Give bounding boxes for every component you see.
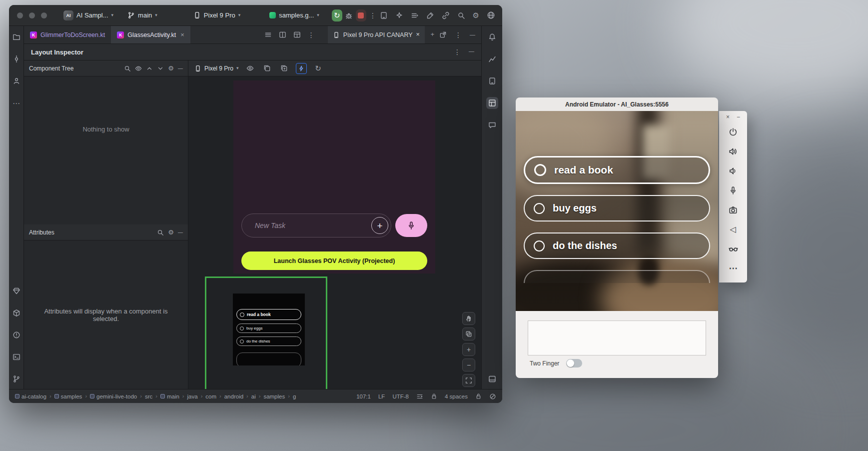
glasses-list-item-selected[interactable]: read a book: [524, 156, 710, 184]
minimize-traffic-light[interactable]: [29, 12, 35, 18]
tree-search-icon[interactable]: [124, 65, 131, 72]
layers-button[interactable]: [462, 328, 475, 340]
build-icon[interactable]: [426, 12, 434, 20]
device-selector[interactable]: Pixel 9 Pro ▾: [190, 10, 244, 21]
close-device-tab-icon[interactable]: ×: [416, 32, 420, 38]
add-snapshot-icon[interactable]: [279, 63, 290, 74]
attributes-search-icon[interactable]: [157, 229, 164, 236]
gemini-chat-icon[interactable]: [486, 119, 498, 131]
toolbar-minimize-icon[interactable]: −: [737, 114, 740, 120]
add-device-button[interactable]: +: [431, 26, 434, 44]
list-view-icon[interactable]: [264, 31, 272, 38]
indent-guide-icon[interactable]: [416, 393, 423, 400]
voice-input-button[interactable]: [395, 214, 427, 237]
layout-inspector-tool-icon[interactable]: [486, 97, 498, 109]
add-task-button[interactable]: +: [371, 217, 388, 234]
tree-settings-icon[interactable]: ⚙: [168, 65, 174, 72]
version-control-icon[interactable]: [10, 373, 22, 385]
run-configuration-selector[interactable]: samples.g... ▾: [266, 10, 323, 21]
device-explorer-icon[interactable]: [486, 75, 498, 87]
sync-icon[interactable]: [442, 12, 450, 20]
indent-widget[interactable]: 4 spaces: [445, 394, 468, 400]
close-tab-icon[interactable]: ×: [180, 32, 184, 38]
power-button[interactable]: [719, 122, 747, 142]
expand-all-icon[interactable]: [146, 65, 153, 72]
new-task-input[interactable]: New Task: [241, 214, 391, 238]
zoom-out-button[interactable]: −: [462, 358, 475, 372]
dependencies-icon[interactable]: [10, 307, 22, 319]
mini-list-item[interactable]: read a book: [236, 309, 301, 320]
zoom-in-button[interactable]: +: [462, 343, 475, 356]
tab-glimmertodoscreen[interactable]: K GlimmerToDoScreen.kt: [24, 26, 111, 44]
meet-new-ui-icon[interactable]: [10, 285, 22, 297]
microphone-button[interactable]: [719, 180, 747, 200]
breadcrumb-item[interactable]: main: [160, 394, 179, 400]
search-icon[interactable]: [457, 12, 465, 20]
attributes-settings-icon[interactable]: ⚙: [168, 229, 174, 236]
breadcrumb-item[interactable]: gemini-live-todo: [90, 394, 137, 400]
line-separator-widget[interactable]: LF: [378, 394, 385, 400]
unlock-icon[interactable]: [475, 393, 482, 400]
problems-icon[interactable]: [10, 329, 22, 341]
live-updates-toggle[interactable]: [296, 63, 307, 74]
vcs-branch-widget[interactable]: main ▾: [124, 10, 161, 21]
editor-more-icon[interactable]: ⋮: [308, 32, 315, 38]
breadcrumb-item[interactable]: samples: [263, 394, 285, 400]
refresh-preview-icon[interactable]: ↻: [313, 63, 324, 74]
breadcrumb-item[interactable]: samples: [54, 394, 82, 400]
zoom-traffic-light[interactable]: [41, 12, 47, 18]
design-view-icon[interactable]: [293, 31, 301, 38]
pane-more-icon[interactable]: ⋮: [455, 32, 462, 38]
notifications-bell-icon[interactable]: [486, 31, 498, 43]
back-button[interactable]: ◁: [719, 220, 747, 239]
glasses-list-item[interactable]: do the dishes: [524, 232, 710, 259]
preview-device-selector[interactable]: Pixel 9 Pro ▾: [194, 65, 239, 72]
zoom-to-fit-button[interactable]: [462, 374, 475, 387]
volume-up-button[interactable]: [719, 142, 747, 161]
close-traffic-light[interactable]: [17, 12, 23, 18]
panel-more-icon[interactable]: ⋮: [454, 48, 461, 56]
structure-icon[interactable]: [10, 75, 22, 87]
layout-toggle-icon[interactable]: [486, 373, 498, 385]
breadcrumb-item[interactable]: com: [205, 394, 216, 400]
collapse-all-icon[interactable]: [157, 65, 164, 72]
toggle-deep-inspect-icon[interactable]: [245, 63, 256, 74]
snapshot-icon[interactable]: [262, 63, 273, 74]
running-device-tab[interactable]: Pixel 9 Pro API CANARY ×: [328, 26, 425, 44]
attributes-hide-icon[interactable]: —: [178, 230, 183, 235]
more-options-button[interactable]: ⋯: [719, 258, 747, 278]
mini-list-item[interactable]: buy eggs: [236, 324, 301, 333]
split-view-icon[interactable]: [279, 31, 286, 38]
project-widget[interactable]: AI AI Sampl... ▾: [60, 8, 117, 22]
more-tool-windows-icon[interactable]: ⋯: [10, 97, 22, 109]
breadcrumb-item[interactable]: ai: [251, 394, 256, 400]
debug-button[interactable]: [344, 10, 354, 22]
more-run-actions[interactable]: ⋮: [368, 10, 378, 22]
camera-button[interactable]: [719, 200, 747, 220]
settings-gear-icon[interactable]: ⚙: [473, 12, 479, 19]
encoding-widget[interactable]: UTF-8: [392, 394, 409, 400]
two-finger-toggle[interactable]: [566, 359, 582, 368]
breadcrumb-item[interactable]: ai-catalog: [15, 394, 46, 400]
pan-tool-button[interactable]: [462, 312, 475, 325]
open-in-new-window-icon[interactable]: [439, 31, 447, 38]
volume-down-button[interactable]: [719, 161, 747, 180]
rerun-button[interactable]: ↻: [332, 10, 342, 22]
logcat-icon[interactable]: [411, 12, 419, 20]
profile-icon[interactable]: [487, 11, 495, 20]
ai-assistant-icon[interactable]: [395, 12, 403, 20]
terminal-icon[interactable]: [10, 351, 22, 363]
panel-hide-icon[interactable]: —: [469, 48, 474, 56]
gesture-input-area[interactable]: [528, 320, 706, 356]
lock-icon[interactable]: [431, 393, 437, 400]
device-manager-icon[interactable]: [380, 12, 388, 20]
tab-glassesactivity[interactable]: K GlassesActivity.kt ×: [111, 26, 190, 44]
inspections-status-icon[interactable]: [489, 393, 496, 400]
project-folder-icon[interactable]: [10, 31, 22, 43]
tree-visibility-icon[interactable]: [135, 65, 142, 72]
breadcrumb-item[interactable]: src: [145, 394, 152, 400]
cursor-position-widget[interactable]: 107:1: [356, 394, 371, 400]
stop-button[interactable]: [356, 10, 366, 22]
commit-icon[interactable]: [10, 53, 22, 65]
breadcrumb-item[interactable]: g: [293, 394, 296, 400]
